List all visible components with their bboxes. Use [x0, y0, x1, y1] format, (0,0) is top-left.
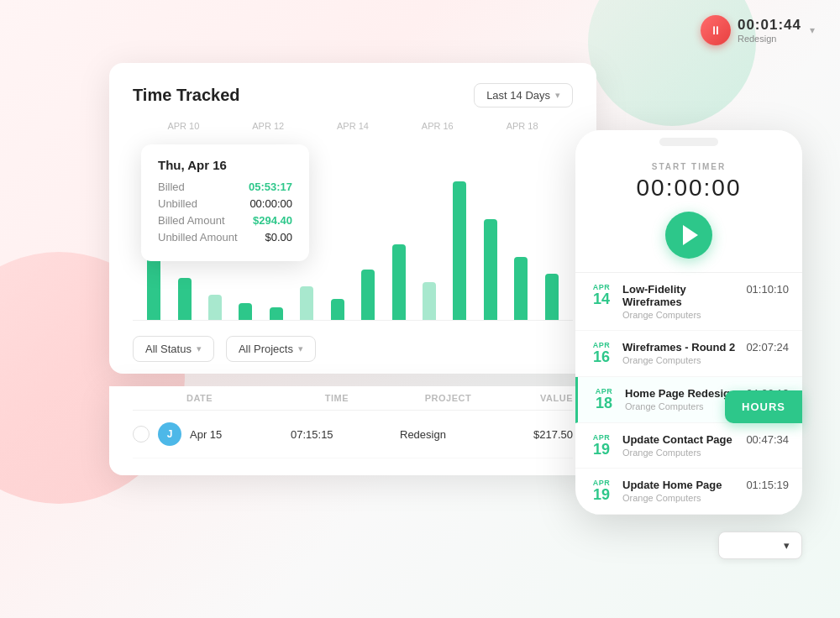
bar-6: [300, 286, 313, 320]
phone-timer-display: 00:00:00: [592, 175, 785, 202]
entry-date-1: APR 14: [589, 283, 614, 308]
entry-title-3: Home Page Redesign: [625, 387, 738, 400]
bar-group-11: [447, 136, 472, 320]
phone-entry-4[interactable]: APR 19 Update Contact Page Orange Comput…: [575, 423, 802, 469]
projects-filter[interactable]: All Projects ▾: [226, 336, 316, 362]
date-range-button[interactable]: Last 14 Days ▾: [474, 83, 573, 107]
tooltip-unbilled-value: 00:00:00: [249, 197, 292, 210]
phone-timer-section: START TIMER 00:00:00: [575, 154, 802, 273]
tooltip-billed-label: Billed: [158, 181, 185, 193]
entry-date-5: APR 19: [589, 479, 614, 504]
bar-13: [514, 257, 528, 320]
bar-group-8: [355, 136, 381, 320]
phone-mockup: START TIMER 00:00:00 APR 14 Low-Fidelity…: [575, 130, 802, 515]
entry-day-2: 16: [589, 349, 614, 366]
notch-bar: [659, 138, 718, 146]
td-time: 07:15:15: [291, 428, 400, 441]
entry-day-1: 14: [589, 291, 614, 308]
tooltip-unbilled-amount-value: $0.00: [265, 231, 292, 244]
entry-info-4: Update Contact Page Orange Computers: [622, 433, 738, 458]
entry-time-5: 01:15:19: [746, 479, 789, 491]
projects-filter-label: All Projects: [239, 343, 293, 355]
phone-entry-2[interactable]: APR 16 Wireframes - Round 2 Orange Compu…: [575, 331, 802, 377]
timer-project: Redesign: [738, 34, 776, 44]
chart-tooltip: Thu, Apr 16 Billed 05:53:17 Unbilled 00:…: [141, 144, 309, 261]
pause-button[interactable]: [701, 15, 731, 45]
filter-row: All Status ▾ All Projects ▾: [133, 321, 573, 374]
entry-client-5: Orange Computers: [622, 493, 738, 503]
tooltip-billed-amount-label: Billed Amount: [158, 214, 225, 227]
tooltip-unbilled-label: Unbilled: [158, 197, 197, 210]
chart-header: Time Tracked Last 14 Days ▾: [133, 83, 573, 107]
projects-filter-chevron-icon: ▾: [298, 343, 303, 354]
td-value: $217.50: [526, 428, 573, 441]
bar-group-10: [417, 136, 442, 320]
bar-14: [545, 274, 559, 320]
entry-info-2: Wireframes - Round 2 Orange Computers: [622, 341, 738, 365]
bottom-select[interactable]: ▾: [718, 532, 802, 559]
timer-chevron-icon[interactable]: ▾: [810, 24, 815, 36]
entry-client-1: Orange Computers: [622, 310, 738, 320]
bar-9: [392, 244, 406, 320]
axis-label-4: APR 16: [395, 121, 480, 131]
entry-client-2: Orange Computers: [622, 355, 738, 365]
tooltip-billed-amount-value: $294.40: [253, 214, 292, 227]
entry-time-4: 00:47:34: [746, 433, 789, 446]
date-range-label: Last 14 Days: [486, 89, 550, 102]
chart-title: Time Tracked: [133, 86, 239, 105]
entry-title-2: Wireframes - Round 2: [622, 341, 738, 354]
bar-group-14: [538, 136, 564, 320]
bar-group-12: [478, 136, 503, 320]
play-icon: [683, 225, 698, 245]
bar-group-9: [386, 136, 411, 320]
phone-entry-1[interactable]: APR 14 Low-Fidelity Wireframes Orange Co…: [575, 273, 802, 331]
entry-client-3: Orange Computers: [625, 401, 738, 411]
bar-4: [239, 303, 252, 320]
entry-info-3: Home Page Redesign Orange Computers: [625, 387, 738, 411]
tooltip-unbilled-amount-label: Unbilled Amount: [158, 231, 238, 244]
entry-day-5: 19: [589, 487, 614, 504]
th-project: PROJECT: [425, 393, 540, 403]
entry-day-4: 19: [589, 442, 614, 458]
axis-label-2: APR 12: [226, 121, 311, 131]
hours-button[interactable]: HOURS: [725, 390, 802, 423]
row-checkbox[interactable]: [133, 426, 150, 443]
table-header: DATE TIME PROJECT VALUE: [133, 386, 573, 411]
tooltip-date: Thu, Apr 16: [158, 158, 292, 172]
status-filter-chevron-icon: ▾: [197, 343, 202, 354]
bar-2: [178, 278, 192, 320]
axis-label-1: APR 10: [141, 121, 226, 131]
phone-notch: [575, 130, 802, 154]
td-project: Redesign: [400, 428, 526, 441]
axis-label-5: APR 18: [480, 121, 564, 131]
bar-3: [208, 295, 222, 320]
bar-7: [331, 299, 344, 320]
entry-day-3: 18: [591, 395, 617, 412]
th-value: VALUE: [540, 393, 573, 403]
status-filter[interactable]: All Status ▾: [133, 336, 214, 362]
th-time: TIME: [325, 393, 425, 403]
bar-chart: Thu, Apr 16 Billed 05:53:17 Unbilled 00:…: [133, 136, 573, 321]
entry-info-5: Update Home Page Orange Computers: [622, 479, 738, 503]
entry-title-5: Update Home Page: [622, 479, 738, 491]
entry-title-1: Low-Fidelity Wireframes: [622, 283, 738, 308]
bar-8: [361, 270, 375, 320]
entry-title-4: Update Contact Page: [622, 433, 738, 446]
bar-10: [423, 282, 436, 320]
phone-entry-5[interactable]: APR 19 Update Home Page Orange Computers…: [575, 469, 802, 515]
avatar: J: [158, 422, 181, 446]
th-date: DATE: [186, 393, 325, 403]
date-range-chevron-icon: ▾: [555, 90, 560, 101]
bar-1: [147, 253, 160, 320]
td-date: Apr 15: [190, 428, 291, 441]
play-button[interactable]: [665, 212, 712, 259]
bar-group-7: [325, 136, 350, 320]
entry-date-2: APR 16: [589, 341, 614, 366]
entry-client-4: Orange Computers: [622, 448, 738, 458]
timer-time: 00:01:44: [738, 17, 801, 34]
chart-axis: APR 10 APR 12 APR 14 APR 16 APR 18: [133, 121, 573, 131]
entry-time-1: 01:10:10: [746, 283, 789, 296]
bottom-select-chevron-icon: ▾: [784, 539, 790, 552]
timer-bar: 00:01:44 Redesign ▾: [701, 15, 815, 45]
start-timer-label: START TIMER: [592, 162, 785, 171]
